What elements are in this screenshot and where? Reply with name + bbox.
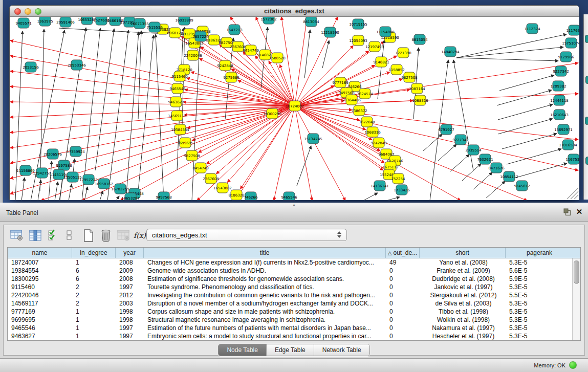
graph-node[interactable]: 2053156 bbox=[23, 62, 39, 72]
table-row[interactable]: 969969511998Structural magnetic resonanc… bbox=[8, 316, 572, 324]
table-row[interactable]: 946362711997Embryonic stem cells: a mode… bbox=[8, 332, 572, 340]
graph-node[interactable]: 1158852 bbox=[388, 64, 404, 75]
graph-node[interactable]: 2367608 bbox=[203, 173, 219, 184]
graph-node[interactable]: 16033809 bbox=[175, 17, 193, 25]
graph-node[interactable]: 8454749 bbox=[192, 163, 208, 173]
graph-node[interactable]: 15692971 bbox=[554, 124, 573, 135]
graph-node[interactable]: 1068316 bbox=[364, 127, 381, 137]
graph-node[interactable]: 1068316 bbox=[412, 95, 428, 105]
graph-node[interactable]: 12054093 bbox=[349, 35, 367, 46]
graph-node[interactable]: 8186328 bbox=[228, 190, 244, 200]
graph-node[interactable]: 1117632 bbox=[566, 25, 579, 35]
table-row[interactable]: 1830029562008Estimation of significance … bbox=[8, 275, 572, 283]
graph-node[interactable]: 9227342 bbox=[452, 135, 468, 145]
graph-node[interactable]: 14569117 bbox=[168, 111, 186, 121]
table-row[interactable]: 1456911722003Disruption of a novel membe… bbox=[8, 299, 572, 308]
graph-node[interactable]: 19384554 bbox=[171, 124, 189, 135]
table-row[interactable]: 911546021997Tourette syndrome. Phenomeno… bbox=[8, 283, 572, 291]
table-row[interactable]: 1938455462009Genome-wide association stu… bbox=[8, 267, 572, 275]
table-row[interactable]: 1872400712008Changes of HCN gene express… bbox=[8, 258, 572, 267]
window-resize-grip[interactable] bbox=[567, 188, 578, 199]
graph-node[interactable]: 9242848 bbox=[371, 138, 386, 148]
graph-node[interactable]: 9827508 bbox=[401, 72, 417, 82]
graph-node[interactable]: 15134745 bbox=[304, 134, 322, 144]
graph-node[interactable]: 12444118 bbox=[550, 95, 569, 105]
network-canvas[interactable]: 1872400776638228960128891295582260581654… bbox=[10, 17, 579, 200]
column-header-year[interactable]: year bbox=[116, 248, 144, 258]
graph-node[interactable]: 746266 bbox=[244, 192, 258, 200]
graph-node[interactable]: 1167532 bbox=[565, 154, 579, 164]
graph-node[interactable]: 12197493 bbox=[365, 41, 384, 52]
graph-node[interactable]: 9777169 bbox=[332, 77, 348, 87]
column-header-name[interactable]: name bbox=[8, 248, 72, 258]
create-column-button[interactable] bbox=[81, 228, 96, 243]
graph-node[interactable]: 9115460 bbox=[171, 71, 187, 81]
table-vertical-scrollbar[interactable] bbox=[572, 258, 580, 340]
window-titlebar[interactable]: citations_edges.txt bbox=[10, 6, 579, 17]
table-mode-button[interactable] bbox=[9, 228, 25, 243]
graph-node[interactable]: 9465546 bbox=[281, 192, 297, 200]
column-header-in_degree[interactable]: in_degree bbox=[72, 248, 116, 258]
show-columns-button[interactable] bbox=[28, 228, 43, 243]
column-header-short[interactable]: short bbox=[420, 248, 506, 258]
graph-node[interactable]: 1547213 bbox=[226, 25, 242, 35]
graph-node[interactable]: 9242848 bbox=[217, 60, 233, 71]
graph-node[interactable]: 6791927 bbox=[438, 124, 454, 135]
graph-node[interactable]: 9699695 bbox=[177, 138, 193, 148]
graph-node[interactable]: 14136141 bbox=[371, 181, 389, 191]
graph-node[interactable]: 3624574 bbox=[357, 89, 373, 99]
column-header-pagerank[interactable]: pagerank bbox=[506, 248, 573, 258]
graph-node[interactable]: 15751074 bbox=[562, 38, 579, 48]
graph-node[interactable]: 1572302 bbox=[260, 17, 276, 24]
graph-node[interactable]: 1588520 bbox=[269, 53, 285, 63]
table-row[interactable]: 946554611997Estimation of the future num… bbox=[8, 324, 572, 332]
graph-node[interactable]: 1112374 bbox=[524, 24, 540, 34]
scrollbar-thumb[interactable] bbox=[574, 260, 579, 284]
tab-node-table[interactable]: Node Table bbox=[219, 344, 267, 356]
graph-node[interactable]: 1221390 bbox=[395, 48, 411, 58]
table-row[interactable]: 2242004622012Investigating the contribut… bbox=[8, 291, 572, 299]
graph-node[interactable]: 752254 bbox=[391, 173, 405, 184]
graph-node[interactable]: 1733426 bbox=[394, 185, 410, 195]
graph-node[interactable]: 2935514 bbox=[465, 145, 482, 155]
graph-node[interactable]: 11156869 bbox=[16, 165, 35, 176]
float-panel-icon[interactable] bbox=[563, 208, 571, 216]
panel-splitter-grip[interactable]: ▴ bbox=[292, 203, 296, 206]
graph-node[interactable]: 20591406 bbox=[56, 17, 75, 27]
graph-node[interactable]: 17359924 bbox=[67, 146, 85, 157]
function-builder-button[interactable]: f(x) bbox=[132, 228, 147, 243]
close-panel-icon[interactable]: ✕ bbox=[575, 207, 583, 216]
graph-node[interactable]: 1083164 bbox=[409, 83, 425, 94]
graph-node[interactable]: 1209382 bbox=[550, 81, 566, 91]
tab-edge-table[interactable]: Edge Table bbox=[267, 344, 314, 356]
graph-node[interactable]: 8813054 bbox=[303, 17, 319, 27]
graph-node[interactable]: 1363975 bbox=[37, 17, 53, 26]
graph-node[interactable]: 9245012 bbox=[514, 181, 530, 191]
graph-node[interactable]: 10719155 bbox=[349, 19, 367, 29]
graph-node[interactable]: 7632621 bbox=[477, 154, 493, 164]
graph-node[interactable]: 16543882 bbox=[213, 183, 232, 193]
memory-ok-indicator[interactable] bbox=[569, 361, 577, 369]
graph-node[interactable]: 9129966 bbox=[558, 52, 574, 62]
graph-node[interactable]: 8813054 bbox=[411, 34, 428, 45]
graph-node[interactable]: 9146821 bbox=[373, 57, 389, 67]
delete-table-button[interactable] bbox=[116, 228, 131, 243]
graph-node[interactable]: 9275685 bbox=[223, 72, 239, 82]
table-source-select[interactable]: citations_edges.txt bbox=[146, 229, 347, 241]
column-header-title[interactable]: title bbox=[144, 248, 386, 258]
tab-network-table[interactable]: Network Table bbox=[314, 344, 369, 356]
select-columns-button[interactable] bbox=[45, 228, 60, 243]
graph-node[interactable]: 8454749 bbox=[243, 45, 258, 55]
graph-node[interactable]: 9405571 bbox=[15, 18, 31, 28]
graph-node[interactable]: 14840794 bbox=[441, 47, 460, 57]
table-row[interactable]: 977716911998Corpus callosum shape and si… bbox=[8, 308, 572, 316]
graph-node[interactable]: 9227342 bbox=[553, 66, 569, 76]
graph-node[interactable]: 10854112 bbox=[500, 171, 518, 182]
graph-node[interactable]: 22420046 bbox=[184, 50, 202, 60]
table-panel-header[interactable]: ▴ Table Panel ✕ bbox=[0, 203, 588, 222]
graph-node[interactable]: 1672040 bbox=[359, 117, 375, 127]
graph-node[interactable]: 12218590 bbox=[321, 27, 339, 37]
graph-node[interactable]: 9197588 bbox=[56, 160, 72, 170]
graph-node[interactable]: 8471676 bbox=[488, 163, 505, 173]
citation-network-graph[interactable]: 1872400776638228960128891295582260581654… bbox=[10, 17, 579, 200]
